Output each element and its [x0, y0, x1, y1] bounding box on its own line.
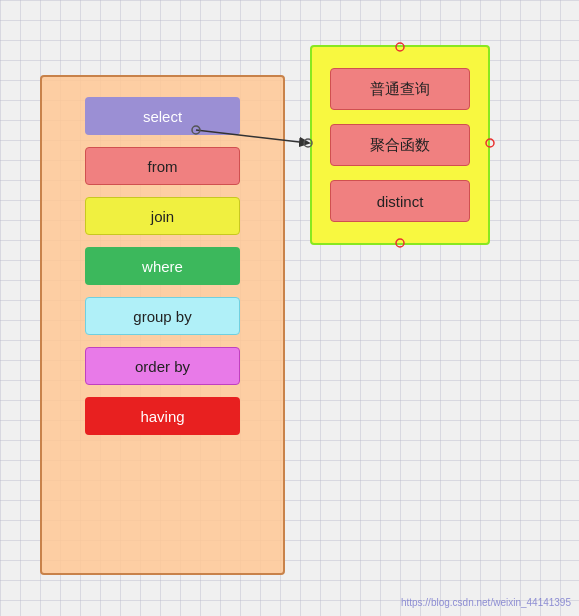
query-type-box: 普通查询 聚合函数 distinct — [310, 45, 490, 245]
groupby-item[interactable]: group by — [85, 297, 240, 335]
canvas: select from join where group by order by… — [0, 0, 579, 616]
groupby-label: group by — [133, 308, 191, 325]
sql-box: select from join where group by order by… — [40, 75, 285, 575]
join-label: join — [151, 208, 174, 225]
having-label: having — [140, 408, 184, 425]
distinct-item[interactable]: distinct — [330, 180, 470, 222]
select-label: select — [143, 108, 182, 125]
aggregate-label: 聚合函数 — [370, 136, 430, 155]
normal-query-item[interactable]: 普通查询 — [330, 68, 470, 110]
where-label: where — [142, 258, 183, 275]
having-item[interactable]: having — [85, 397, 240, 435]
orderby-item[interactable]: order by — [85, 347, 240, 385]
from-item[interactable]: from — [85, 147, 240, 185]
select-item[interactable]: select — [85, 97, 240, 135]
from-label: from — [148, 158, 178, 175]
aggregate-item[interactable]: 聚合函数 — [330, 124, 470, 166]
distinct-label: distinct — [377, 193, 424, 210]
orderby-label: order by — [135, 358, 190, 375]
where-item[interactable]: where — [85, 247, 240, 285]
watermark: https://blog.csdn.net/weixin_44141395 — [401, 597, 571, 608]
join-item[interactable]: join — [85, 197, 240, 235]
normal-query-label: 普通查询 — [370, 80, 430, 99]
